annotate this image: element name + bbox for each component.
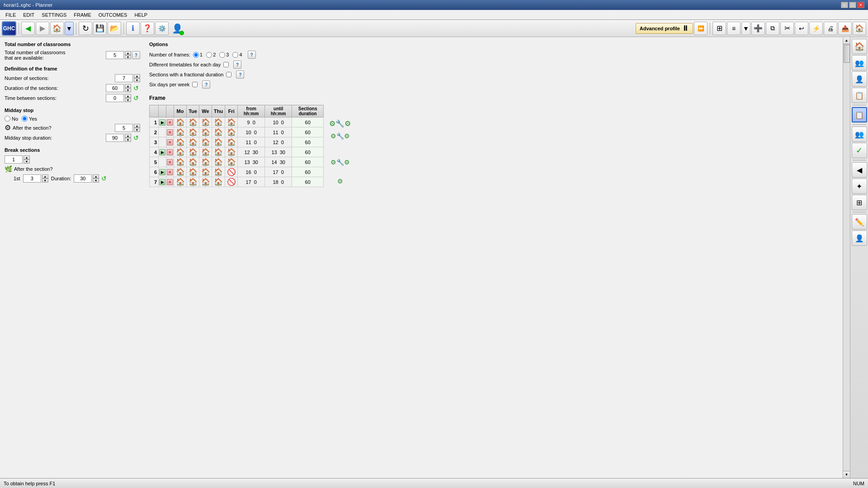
time-between-reset[interactable]: ↺ — [132, 94, 140, 102]
maximize-button[interactable]: □ — [849, 2, 856, 8]
sidebar-person-btn[interactable]: 👤 — [852, 71, 867, 87]
midday-no-radio[interactable] — [5, 116, 10, 122]
diff-timetables-help[interactable]: ? — [233, 61, 241, 69]
row-4-we[interactable]: 🏠 — [199, 147, 212, 157]
sidebar-grid2-btn[interactable]: ⊞ — [852, 195, 867, 210]
row-2-thu[interactable]: 🏠 — [212, 127, 225, 137]
row-1-x-btn[interactable]: ✕ — [167, 119, 173, 126]
rotate-button[interactable]: ↻ — [79, 22, 92, 35]
row-5-fri[interactable]: 🏠 — [225, 157, 238, 167]
row-5-we[interactable]: 🏠 — [199, 157, 212, 167]
midday-duration-input[interactable] — [106, 134, 124, 142]
num-sections-down[interactable]: ▼ — [134, 78, 140, 82]
row-1-thu[interactable]: 🏠 — [212, 117, 225, 127]
grid-button[interactable]: ⊞ — [712, 22, 726, 35]
print-button[interactable]: 🖨 — [824, 22, 837, 35]
ghc-button[interactable]: GHC — [2, 21, 16, 36]
time-between-down[interactable]: ▼ — [125, 98, 131, 102]
close-button[interactable]: ✕ — [857, 2, 864, 8]
nav-back-button[interactable]: ◀ — [21, 22, 35, 35]
row-5-x-btn[interactable]: ✕ — [167, 159, 173, 165]
row-7-fri[interactable]: 🚫 — [225, 177, 238, 187]
export-button[interactable]: 📤 — [838, 22, 852, 35]
row-4-expand-btn[interactable]: ▶ — [159, 149, 165, 155]
sidebar-group-btn[interactable]: 👥 — [852, 127, 867, 142]
frame-1-label[interactable]: 1 — [193, 52, 203, 58]
after-section-up[interactable]: ▲ — [134, 124, 140, 128]
midday-duration-reset[interactable]: ↺ — [132, 134, 140, 142]
num-sections-up[interactable]: ▲ — [134, 74, 140, 78]
break-duration-up[interactable]: ▲ — [93, 174, 99, 178]
after-section-down[interactable]: ▼ — [134, 128, 140, 132]
row-3-fri[interactable]: 🏠 — [225, 137, 238, 147]
info-button[interactable]: ℹ — [126, 22, 140, 35]
midday-yes-label[interactable]: Yes — [22, 116, 37, 122]
advanced-profile-section[interactable]: Advanced profile ⏸ — [636, 23, 693, 34]
duration-up[interactable]: ▲ — [125, 84, 131, 88]
break-duration-input[interactable] — [74, 174, 92, 183]
duration-reset[interactable]: ↺ — [132, 84, 140, 92]
frame-2-label[interactable]: 2 — [206, 52, 216, 58]
row-4-thu[interactable]: 🏠 — [212, 147, 225, 157]
scroll-up-button[interactable]: ▲ — [843, 37, 850, 44]
row-6-we[interactable]: 🏠 — [199, 167, 212, 177]
row-4-fri[interactable]: 🏠 — [225, 147, 238, 157]
sidebar-pencil-btn[interactable]: ✏️ — [852, 214, 867, 230]
cut-button[interactable]: ✂ — [780, 22, 794, 35]
row-2-fri[interactable]: 🏠 — [225, 127, 238, 137]
row-4-mo[interactable]: 🏠 — [174, 147, 187, 157]
break-count-up[interactable]: ▲ — [24, 155, 30, 160]
row-1-fri[interactable]: 🏠 — [225, 117, 238, 127]
row-3-we[interactable]: 🏠 — [199, 137, 212, 147]
break-1st-up[interactable]: ▲ — [42, 174, 48, 178]
sidebar-users-btn[interactable]: 👥 — [852, 55, 867, 70]
save-button[interactable]: 💾 — [93, 22, 107, 35]
adv-profile-arrow[interactable]: ⏩ — [694, 22, 708, 35]
row-6-thu[interactable]: 🏠 — [212, 167, 225, 177]
frame-2-radio[interactable] — [206, 52, 212, 58]
row-5-tue[interactable]: 🏠 — [187, 157, 199, 167]
row-6-fri[interactable]: 🚫 — [225, 167, 238, 177]
redo-button[interactable]: ⚡ — [809, 22, 823, 35]
six-days-checkbox[interactable] — [192, 82, 198, 87]
time-between-input[interactable] — [106, 94, 124, 102]
row-7-we[interactable]: 🏠 — [199, 177, 212, 187]
row-1-we[interactable]: 🏠 — [199, 117, 212, 127]
break-duration-reset[interactable]: ↺ — [100, 174, 108, 183]
menu-file[interactable]: FILE — [2, 11, 19, 19]
row-1-mo[interactable]: 🏠 — [174, 117, 187, 127]
scroll-thumb[interactable] — [844, 45, 850, 63]
menu-frame[interactable]: FRAME — [70, 11, 95, 19]
row-1-expand-btn[interactable]: ▶ — [159, 119, 165, 126]
nav-forward-button[interactable]: ▶ — [36, 22, 49, 35]
classrooms-help[interactable]: ? — [132, 51, 140, 59]
list-dropdown[interactable]: ▼ — [741, 22, 750, 35]
midday-no-label[interactable]: No — [5, 116, 18, 122]
row-7-mo[interactable]: 🏠 — [174, 177, 187, 187]
classrooms-down[interactable]: ▼ — [125, 55, 131, 59]
row-3-thu[interactable]: 🏠 — [212, 137, 225, 147]
break-1st-input[interactable] — [23, 174, 41, 183]
row-3-tue[interactable]: 🏠 — [187, 137, 199, 147]
sidebar-active-btn[interactable]: 📋 — [852, 107, 867, 122]
sidebar-cross-btn[interactable]: ✦ — [852, 178, 867, 194]
row-7-tue[interactable]: 🏠 — [187, 177, 199, 187]
sidebar-back-btn[interactable]: ◀ — [852, 162, 867, 178]
open-button[interactable]: 📂 — [108, 22, 121, 35]
classrooms-input[interactable] — [106, 51, 124, 59]
row-3-x-btn[interactable]: ✕ — [167, 139, 173, 145]
row-2-x-btn[interactable]: ✕ — [167, 129, 173, 136]
menu-settings[interactable]: SETTINGS — [38, 11, 70, 19]
break-duration-down[interactable]: ▼ — [93, 178, 99, 183]
row-6-x-btn[interactable]: ✕ — [167, 169, 173, 175]
row-7-thu[interactable]: 🏠 — [212, 177, 225, 187]
sidebar-clipboard-btn[interactable]: 📋 — [852, 88, 867, 103]
duration-down[interactable]: ▼ — [125, 88, 131, 92]
tools-button[interactable]: ⚙️ — [155, 22, 169, 35]
row-1-tue[interactable]: 🏠 — [187, 117, 199, 127]
help-button[interactable]: ❓ — [141, 22, 154, 35]
time-between-up[interactable]: ▲ — [125, 94, 131, 98]
fractional-checkbox[interactable] — [226, 72, 231, 77]
row-2-tue[interactable]: 🏠 — [187, 127, 199, 137]
fractional-help[interactable]: ? — [236, 70, 244, 79]
